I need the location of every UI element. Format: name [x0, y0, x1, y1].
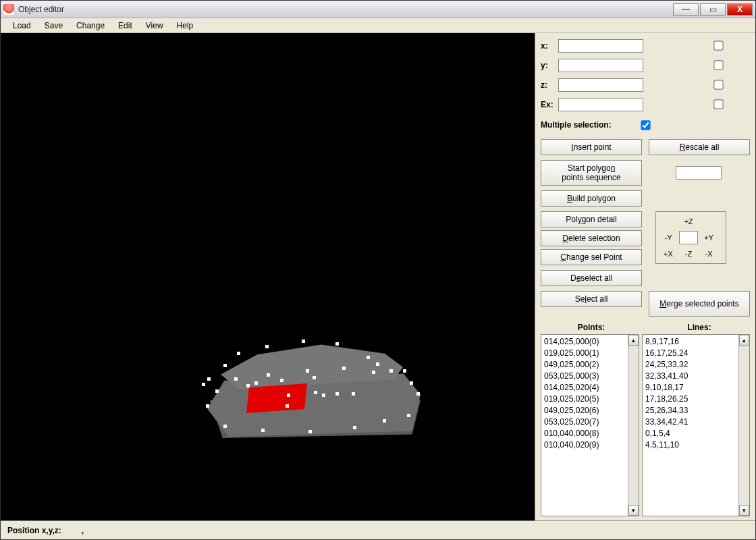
y-checkbox[interactable] — [713, 60, 723, 70]
menu-help[interactable]: Help — [170, 20, 200, 32]
list-item[interactable]: 014,025,000(0) — [544, 336, 625, 348]
vertex-handle[interactable] — [280, 379, 284, 382]
polygon-seq-input[interactable] — [676, 166, 722, 180]
scroll-up-icon[interactable]: ▴ — [628, 335, 639, 346]
vertex-handle[interactable] — [215, 389, 219, 393]
list-item[interactable]: 014,025,020(4) — [544, 382, 625, 394]
list-item[interactable]: 25,26,34,33 — [645, 405, 736, 416]
vertex-handle[interactable] — [313, 376, 316, 379]
list-item[interactable]: 010,040,000(8) — [544, 428, 625, 439]
vertex-handle[interactable] — [223, 364, 227, 367]
insert-point-button[interactable]: Insert point — [541, 139, 642, 155]
vertex-handle[interactable] — [367, 356, 370, 359]
list-item[interactable]: 17,18,26,25 — [645, 394, 736, 405]
nudge-minus-z[interactable]: -Z — [685, 250, 692, 258]
vertex-handle[interactable] — [335, 342, 339, 346]
close-button[interactable]: X — [727, 3, 753, 16]
polygon-detail-button[interactable]: Polygon detail — [541, 211, 642, 227]
vertex-handle[interactable] — [306, 369, 309, 373]
vertex-handle[interactable] — [322, 394, 325, 397]
points-listbox[interactable]: 014,025,000(0)019,025,000(1)049,025,000(… — [541, 334, 639, 516]
minimize-button[interactable]: — — [673, 3, 699, 16]
menu-change[interactable]: Change — [70, 20, 111, 32]
vertex-handle[interactable] — [410, 381, 413, 385]
merge-selected-points-button[interactable]: Merge selected points — [649, 291, 750, 317]
delete-selection-button[interactable]: Delete selection — [541, 230, 642, 246]
vertex-handle[interactable] — [403, 369, 406, 373]
nudge-plus-x[interactable]: +X — [664, 250, 673, 258]
scroll-up-icon[interactable]: ▴ — [739, 335, 749, 346]
maximize-button[interactable]: ▭ — [700, 3, 726, 16]
list-item[interactable]: 053,025,000(3) — [544, 371, 625, 382]
list-item[interactable]: 16,17,25,24 — [645, 348, 736, 359]
menu-edit[interactable]: Edit — [111, 20, 139, 32]
vertex-handle[interactable] — [206, 404, 209, 408]
vertex-handle[interactable] — [372, 371, 375, 374]
build-polygon-button[interactable]: Build polygon — [541, 190, 642, 207]
start-polygon-sequence-button[interactable]: Start polygon points sequence — [541, 160, 642, 186]
vertex-handle[interactable] — [383, 419, 386, 423]
vertex-handle[interactable] — [265, 345, 269, 348]
vertex-handle[interactable] — [353, 426, 356, 429]
list-item[interactable]: 049,025,000(2) — [544, 359, 625, 371]
vertex-handle[interactable] — [202, 383, 205, 386]
list-item[interactable]: 010,040,020(9) — [544, 439, 625, 451]
lines-scrollbar[interactable]: ▴ ▾ — [738, 335, 749, 516]
nudge-plus-y[interactable]: +Y — [704, 234, 713, 242]
list-item[interactable]: 32,33,41,40 — [645, 371, 736, 382]
list-item[interactable]: 9,10,18,17 — [645, 382, 736, 394]
ex-input[interactable] — [558, 98, 643, 111]
vertex-handle[interactable] — [267, 373, 270, 377]
list-item[interactable]: 0,1,5,4 — [645, 428, 736, 439]
scroll-down-icon[interactable]: ▾ — [739, 505, 749, 516]
select-all-button[interactable]: Select all — [541, 291, 642, 307]
list-item[interactable]: 4,5,11,10 — [645, 439, 736, 451]
lines-listbox[interactable]: 8,9,17,1616,17,25,2424,25,33,3232,33,41,… — [642, 334, 750, 516]
vertex-handle[interactable] — [287, 394, 290, 397]
vertex-handle[interactable] — [376, 362, 379, 366]
list-item[interactable]: 33,34,42,41 — [645, 416, 736, 428]
menu-load[interactable]: Load — [6, 20, 38, 32]
menu-save[interactable]: Save — [38, 20, 70, 32]
nudge-minus-x[interactable]: -X — [705, 250, 713, 258]
vertex-handle[interactable] — [207, 377, 211, 381]
vertex-handle[interactable] — [234, 377, 238, 381]
list-item[interactable]: 053,025,020(7) — [544, 416, 625, 428]
list-item[interactable]: 24,25,33,32 — [645, 359, 736, 371]
vertex-handle[interactable] — [223, 425, 227, 428]
vertex-handle[interactable] — [237, 352, 240, 355]
vertex-handle[interactable] — [246, 384, 250, 387]
vertex-handle[interactable] — [261, 429, 265, 432]
menu-view[interactable]: View — [139, 20, 170, 32]
scroll-down-icon[interactable]: ▾ — [628, 505, 639, 516]
vertex-handle[interactable] — [308, 430, 312, 433]
list-item[interactable]: 019,025,000(1) — [544, 348, 625, 359]
vertex-handle[interactable] — [407, 414, 410, 417]
3d-viewport[interactable] — [1, 33, 535, 520]
vertex-handle[interactable] — [389, 369, 393, 373]
rescale-all-button[interactable]: Rescale all — [649, 139, 750, 155]
deselect-all-button[interactable]: Deselect all — [541, 270, 642, 286]
list-item[interactable]: 019,025,020(5) — [544, 394, 625, 405]
nudge-minus-y[interactable]: -Y — [665, 234, 672, 242]
vertex-handle[interactable] — [416, 392, 420, 396]
vertex-handle[interactable] — [342, 367, 346, 370]
ex-checkbox[interactable] — [713, 99, 723, 109]
z-checkbox[interactable] — [713, 80, 723, 89]
vertex-handle[interactable] — [314, 391, 317, 394]
list-item[interactable]: 8,9,17,16 — [645, 336, 736, 348]
x-input[interactable] — [558, 39, 643, 53]
z-input[interactable] — [558, 78, 643, 92]
points-scrollbar[interactable]: ▴ ▾ — [628, 335, 639, 516]
vertex-handle[interactable] — [335, 392, 339, 396]
change-sel-point-button[interactable]: Change sel Point — [541, 249, 642, 265]
vertex-handle[interactable] — [286, 404, 289, 408]
vertex-handle[interactable] — [302, 340, 305, 343]
vertex-handle[interactable] — [254, 381, 258, 385]
x-checkbox[interactable] — [713, 40, 723, 50]
nudge-amount-input[interactable] — [679, 231, 698, 244]
nudge-plus-z[interactable]: +Z — [684, 217, 693, 225]
y-input[interactable] — [558, 59, 643, 72]
list-item[interactable]: 049,025,020(6) — [544, 405, 625, 416]
multi-select-checkbox[interactable] — [641, 120, 650, 130]
